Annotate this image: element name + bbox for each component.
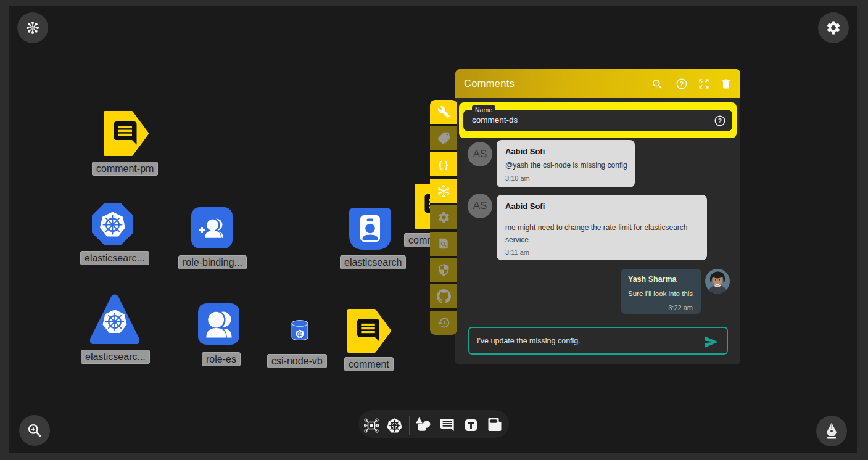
svg-text:?: ? bbox=[680, 81, 684, 88]
svg-text:?: ? bbox=[718, 117, 722, 124]
